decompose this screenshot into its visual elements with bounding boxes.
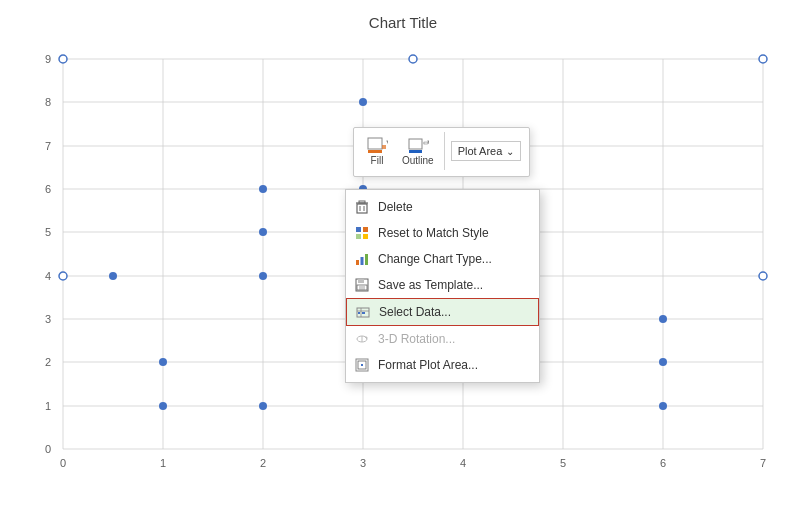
svg-text:7: 7	[760, 457, 766, 469]
svg-rect-70	[363, 227, 368, 232]
svg-point-41	[109, 272, 117, 280]
outline-button[interactable]: ✏ ▼ Outline	[398, 135, 438, 168]
menu-reset-label: Reset to Match Style	[378, 226, 489, 240]
delete-icon	[354, 199, 370, 215]
chart-title: Chart Title	[10, 10, 796, 31]
svg-rect-84	[362, 312, 365, 314]
svg-point-48	[359, 98, 367, 106]
svg-text:5: 5	[560, 457, 566, 469]
svg-text:8: 8	[45, 96, 51, 108]
svg-point-46	[259, 185, 267, 193]
svg-rect-57	[368, 138, 382, 149]
svg-point-42	[159, 402, 167, 410]
menu-3d-rotation-label: 3-D Rotation...	[378, 332, 455, 346]
fill-icon: ▼	[366, 137, 388, 155]
svg-text:7: 7	[45, 140, 51, 152]
menu-item-change-chart[interactable]: Change Chart Type...	[346, 246, 539, 272]
svg-rect-73	[356, 260, 359, 265]
svg-point-37	[409, 55, 417, 63]
chart-container: Chart Title	[0, 0, 806, 518]
svg-text:1: 1	[45, 400, 51, 412]
menu-item-format-plot[interactable]: Format Plot Area...	[346, 352, 539, 378]
menu-delete-label: Delete	[378, 200, 413, 214]
svg-text:9: 9	[45, 53, 51, 65]
save-template-icon	[354, 277, 370, 293]
menu-item-delete[interactable]: Delete	[346, 194, 539, 220]
menu-save-template-label: Save as Template...	[378, 278, 483, 292]
menu-change-chart-label: Change Chart Type...	[378, 252, 492, 266]
menu-select-data-label: Select Data...	[379, 305, 451, 319]
chart-element-dropdown[interactable]: Plot Area ⌄	[451, 141, 522, 161]
menu-item-reset[interactable]: Reset to Match Style	[346, 220, 539, 246]
svg-rect-85	[358, 312, 360, 314]
chart-toolbar-popup: ▼ Fill ✏ ▼ Outline	[353, 127, 530, 177]
svg-point-45	[259, 228, 267, 236]
svg-rect-66	[359, 201, 365, 203]
select-data-icon	[355, 304, 371, 320]
svg-point-54	[659, 402, 667, 410]
svg-text:▼: ▼	[385, 139, 388, 145]
svg-rect-64	[357, 204, 367, 213]
svg-rect-74	[361, 257, 364, 265]
reset-icon	[354, 225, 370, 241]
dropdown-arrow-icon: ⌄	[506, 146, 514, 157]
svg-point-47	[259, 402, 267, 410]
svg-rect-58	[368, 150, 382, 153]
svg-rect-77	[358, 279, 364, 283]
svg-text:2: 2	[260, 457, 266, 469]
svg-point-39	[59, 272, 67, 280]
svg-rect-75	[365, 254, 368, 265]
menu-format-plot-label: Format Plot Area...	[378, 358, 478, 372]
toolbar-divider	[444, 132, 445, 170]
context-menu: Delete Reset to Match Style	[345, 189, 540, 383]
svg-text:6: 6	[660, 457, 666, 469]
fill-label: Fill	[371, 155, 384, 166]
dropdown-label: Plot Area	[458, 145, 503, 157]
change-chart-icon	[354, 251, 370, 267]
3d-rotation-icon	[354, 331, 370, 347]
outline-label: Outline	[402, 155, 434, 166]
menu-item-save-template[interactable]: Save as Template...	[346, 272, 539, 298]
svg-rect-72	[363, 234, 368, 239]
menu-item-select-data[interactable]: Select Data...	[346, 298, 539, 326]
svg-point-52	[659, 315, 667, 323]
svg-text:4: 4	[460, 457, 466, 469]
svg-point-53	[659, 358, 667, 366]
svg-point-44	[259, 272, 267, 280]
svg-point-36	[59, 55, 67, 63]
outline-icon: ✏ ▼	[407, 137, 429, 155]
menu-item-3d-rotation: 3-D Rotation...	[346, 326, 539, 352]
svg-point-38	[759, 55, 767, 63]
svg-text:4: 4	[45, 270, 51, 282]
svg-text:▼: ▼	[426, 139, 429, 145]
svg-text:2: 2	[45, 356, 51, 368]
svg-text:1: 1	[160, 457, 166, 469]
fill-button[interactable]: ▼ Fill	[362, 135, 392, 168]
chart-area: 9 8 7 6 5 4 3 2 1 0 0 1 2 3 4 5 6 7	[23, 39, 783, 489]
svg-text:3: 3	[360, 457, 366, 469]
svg-rect-69	[356, 227, 361, 232]
svg-rect-60	[409, 139, 422, 149]
svg-text:6: 6	[45, 183, 51, 195]
svg-point-43	[159, 358, 167, 366]
format-plot-icon	[354, 357, 370, 373]
svg-rect-71	[356, 234, 361, 239]
svg-text:0: 0	[60, 457, 66, 469]
svg-text:0: 0	[45, 443, 51, 455]
svg-rect-61	[409, 150, 422, 153]
svg-text:5: 5	[45, 226, 51, 238]
svg-text:3: 3	[45, 313, 51, 325]
